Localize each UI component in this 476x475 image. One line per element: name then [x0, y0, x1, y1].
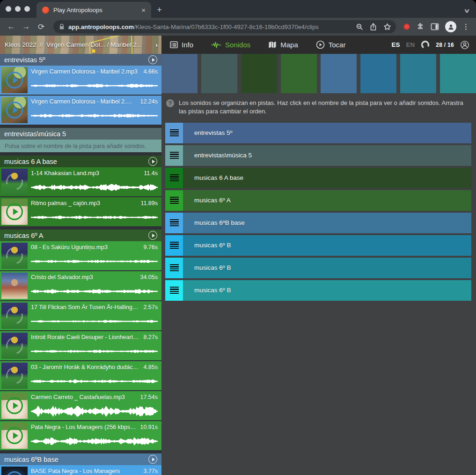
- track-drag-handle[interactable]: [165, 235, 183, 256]
- track-row-body[interactable]: musicas 6º B: [183, 280, 471, 301]
- clip-row[interactable]: 08 - Es Sakūru Uguntiņu.mp39.76s: [0, 241, 161, 270]
- clip-waveform[interactable]: [31, 315, 158, 328]
- clip-play-button[interactable]: [3, 245, 26, 267]
- clip-row[interactable]: Virgen Carmen Dolorosa - Maribel 2.mp312…: [0, 96, 161, 125]
- track-row[interactable]: musicas 6ºB base: [165, 213, 471, 233]
- clip-row[interactable]: 17 Till Flickan Som Är Tusen År-Halling …: [0, 301, 161, 330]
- clip-thumbnail[interactable]: [1, 363, 28, 389]
- clip-play-button[interactable]: [6, 72, 23, 89]
- clip-thumbnail[interactable]: [1, 303, 28, 329]
- track-play-button[interactable]: [148, 231, 157, 240]
- track-color-swatch[interactable]: [281, 54, 317, 93]
- track-drag-handle[interactable]: [165, 123, 183, 143]
- clip-row[interactable]: BASE Pata Negra - Los Managers3.77s: [0, 465, 161, 475]
- clip-waveform[interactable]: [31, 435, 158, 448]
- clip-row[interactable]: Pata Negra - Los Managers (256 kbps).mp3…: [0, 421, 161, 450]
- track-drag-handle[interactable]: [165, 145, 183, 166]
- address-bar[interactable]: app.antropoloops.com/Kleos-Santa-Marina/…: [53, 20, 396, 33]
- track-row-body[interactable]: musicas 6º B: [183, 258, 471, 278]
- track-row[interactable]: musicas 6º A: [165, 190, 471, 211]
- clip-thumbnail[interactable]: [1, 423, 28, 449]
- track-drag-handle[interactable]: [165, 190, 183, 211]
- track-row[interactable]: musicas 6 A base: [165, 168, 471, 188]
- track-row-body[interactable]: musicas 6º A: [183, 190, 471, 211]
- track-color-swatch[interactable]: [241, 54, 277, 93]
- track-row-body[interactable]: musicas 6º B: [183, 235, 471, 256]
- tab-search-chevron-icon[interactable]: v: [464, 7, 469, 14]
- profile-avatar[interactable]: [445, 21, 456, 32]
- tab-close-icon[interactable]: ×: [140, 6, 146, 14]
- track-row[interactable]: musicas 6º B: [165, 280, 471, 301]
- track-color-swatch[interactable]: [161, 54, 198, 93]
- clip-thumbnail[interactable]: [1, 243, 28, 269]
- track-drag-handle[interactable]: [165, 168, 183, 188]
- bookmark-star-icon[interactable]: [383, 23, 391, 30]
- clip-thumbnail[interactable]: [1, 333, 28, 359]
- clip-play-button[interactable]: [6, 427, 23, 444]
- recording-extension-icon[interactable]: [403, 23, 410, 30]
- track-row[interactable]: entrevistas\música 5: [165, 145, 471, 166]
- track-color-swatch[interactable]: [360, 54, 396, 93]
- clip-thumbnail[interactable]: [1, 199, 28, 225]
- track-color-swatch[interactable]: [440, 54, 476, 93]
- reload-button[interactable]: ⟳: [35, 22, 48, 32]
- track-color-swatch[interactable]: [321, 54, 357, 93]
- breadcrumb-map-strip[interactable]: Kleos 2022 // Virgen Carmen Dol... / Mar…: [0, 36, 161, 54]
- clip-row[interactable]: Carmen Carreto _ Castañuelas.mp317.54s: [0, 391, 161, 420]
- clip-row[interactable]: 1-14 Khakasian Land.mp311.4s: [0, 167, 161, 196]
- clip-play-button[interactable]: [6, 397, 23, 414]
- sidebar-track-header[interactable]: musicas 6 A base: [0, 156, 161, 167]
- sidebar-track-header[interactable]: entrevistas 5º: [0, 54, 161, 66]
- clip-play-button[interactable]: [3, 334, 26, 357]
- breadcrumb-next-icon[interactable]: ›: [155, 41, 158, 49]
- window-close-button[interactable]: [6, 6, 11, 12]
- back-button[interactable]: ←: [5, 22, 18, 31]
- side-panel-icon[interactable]: [431, 23, 439, 30]
- track-row-body[interactable]: musicas 6 A base: [183, 168, 471, 188]
- clip-thumbnail[interactable]: [1, 467, 28, 475]
- window-zoom-button[interactable]: [24, 6, 30, 12]
- lang-es-button[interactable]: ES: [391, 41, 400, 48]
- zoom-icon[interactable]: [356, 23, 363, 30]
- track-row[interactable]: musicas 6º B: [165, 235, 471, 256]
- clip-play-button[interactable]: [6, 471, 23, 475]
- clip-waveform[interactable]: [31, 109, 158, 122]
- clip-play-button[interactable]: [6, 102, 23, 119]
- browser-tab[interactable]: Play Antropoloops ×: [37, 2, 151, 18]
- window-controls[interactable]: [0, 0, 37, 18]
- clip-thumbnail[interactable]: [1, 67, 28, 93]
- sidebar-track-header[interactable]: entrevistas\música 5: [0, 128, 161, 140]
- track-play-button[interactable]: [148, 55, 157, 64]
- clip-play-button[interactable]: [3, 364, 26, 387]
- sidebar-track-header[interactable]: musicas 6ºB base: [0, 453, 161, 465]
- lang-en-button[interactable]: EN: [406, 41, 415, 48]
- share-icon[interactable]: [370, 23, 377, 31]
- track-color-swatch[interactable]: [400, 54, 436, 93]
- breadcrumb[interactable]: Kleos 2022 // Virgen Carmen Dol... / Mar…: [5, 41, 158, 49]
- track-play-button[interactable]: [148, 455, 157, 464]
- clip-play-button[interactable]: [3, 171, 26, 193]
- clip-thumbnail[interactable]: [1, 97, 28, 123]
- track-row[interactable]: musicas 6º B: [165, 258, 471, 278]
- account-icon[interactable]: [460, 40, 469, 50]
- track-row-body[interactable]: entrevistas 5º: [183, 123, 471, 143]
- extensions-puzzle-icon[interactable]: [416, 22, 425, 31]
- clip-thumbnail[interactable]: [1, 393, 28, 419]
- tab-sonidos[interactable]: Sonidos: [211, 41, 250, 49]
- track-row-body[interactable]: musicas 6ºB base: [183, 213, 471, 233]
- track-drag-handle[interactable]: [165, 280, 183, 301]
- clip-waveform[interactable]: [31, 255, 158, 268]
- clip-thumbnail[interactable]: [1, 169, 28, 195]
- clip-waveform[interactable]: [31, 181, 158, 194]
- sidebar-track-header[interactable]: musicas 6º A: [0, 230, 161, 241]
- track-drag-handle[interactable]: [165, 258, 183, 278]
- clip-waveform[interactable]: [31, 211, 158, 224]
- new-tab-button[interactable]: +: [157, 5, 162, 15]
- track-play-button[interactable]: [148, 157, 157, 166]
- clip-play-button[interactable]: [3, 304, 26, 327]
- clip-play-button[interactable]: [6, 203, 23, 220]
- clip-waveform[interactable]: [31, 375, 158, 388]
- clip-row[interactable]: Ritmo palmas _ cajón.mp311.89s: [0, 197, 161, 226]
- track-color-swatch[interactable]: [201, 54, 237, 93]
- track-row-body[interactable]: entrevistas\música 5: [183, 145, 471, 166]
